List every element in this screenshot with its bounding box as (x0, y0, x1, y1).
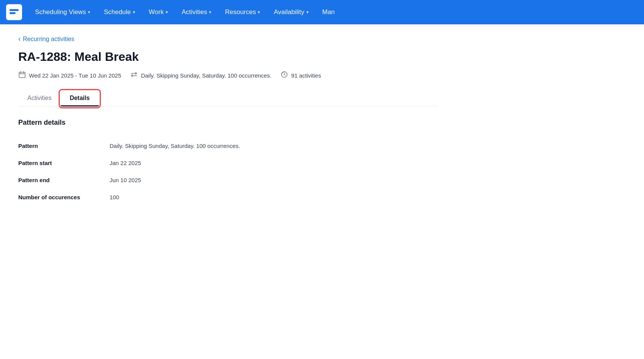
occurrences-label: Number of occurences (18, 189, 110, 206)
nav-item-scheduling-views[interactable]: Scheduling Views ▾ (30, 5, 96, 19)
chevron-down-icon: ▾ (209, 10, 211, 15)
nav-item-schedule[interactable]: Schedule ▾ (99, 5, 140, 19)
pattern-end-value: Jun 10 2025 (110, 172, 438, 189)
meta-row: Wed 22 Jan 2025 - Tue 10 Jun 2025 Daily.… (18, 71, 438, 80)
back-arrow-icon: ‹ (18, 35, 21, 43)
detail-grid: Pattern Daily. Skipping Sunday, Saturday… (18, 137, 438, 206)
chevron-down-icon: ▾ (166, 10, 168, 15)
pattern-summary-text: Daily. Skipping Sunday, Saturday. 100 oc… (141, 72, 271, 79)
pattern-item: Daily. Skipping Sunday, Saturday. 100 oc… (130, 71, 271, 80)
svg-rect-0 (10, 9, 19, 11)
nav-item-activities[interactable]: Activities ▾ (176, 5, 217, 19)
history-icon (281, 71, 288, 80)
chevron-down-icon: ▾ (258, 10, 260, 15)
tabs-bar: Activities Details (18, 91, 438, 106)
tab-details[interactable]: Details (61, 91, 99, 106)
repeat-icon (130, 71, 138, 80)
breadcrumb[interactable]: ‹ Recurring activities (18, 35, 438, 43)
app-logo (6, 4, 22, 20)
activities-count-item: 91 activities (281, 71, 321, 80)
date-range-item: Wed 22 Jan 2025 - Tue 10 Jun 2025 (18, 71, 121, 80)
nav-item-resources[interactable]: Resources ▾ (220, 5, 265, 19)
pattern-details-section: Pattern details Pattern Daily. Skipping … (18, 119, 438, 206)
chevron-down-icon: ▾ (133, 10, 135, 15)
date-range-text: Wed 22 Jan 2025 - Tue 10 Jun 2025 (29, 72, 121, 79)
top-navigation: Scheduling Views ▾ Schedule ▾ Work ▾ Act… (0, 0, 644, 24)
breadcrumb-label: Recurring activities (23, 36, 74, 43)
occurrences-value: 100 (110, 189, 438, 206)
activities-count-text: 91 activities (291, 72, 321, 79)
chevron-down-icon: ▾ (306, 10, 309, 15)
chevron-down-icon: ▾ (88, 10, 90, 15)
nav-item-man[interactable]: Man (317, 5, 340, 19)
pattern-value: Daily. Skipping Sunday, Saturday. 100 oc… (110, 137, 438, 154)
section-title: Pattern details (18, 119, 438, 127)
pattern-start-label: Pattern start (18, 154, 110, 172)
nav-item-availability[interactable]: Availability ▾ (268, 5, 314, 19)
tab-activities[interactable]: Activities (18, 91, 61, 106)
pattern-start-value: Jan 22 2025 (110, 154, 438, 172)
calendar-icon (18, 71, 26, 80)
pattern-end-label: Pattern end (18, 172, 110, 189)
svg-rect-1 (10, 12, 16, 14)
nav-item-work[interactable]: Work ▾ (143, 5, 173, 19)
page-title: RA-1288: Meal Break (18, 50, 438, 64)
svg-rect-2 (19, 72, 25, 78)
pattern-label: Pattern (18, 137, 110, 154)
